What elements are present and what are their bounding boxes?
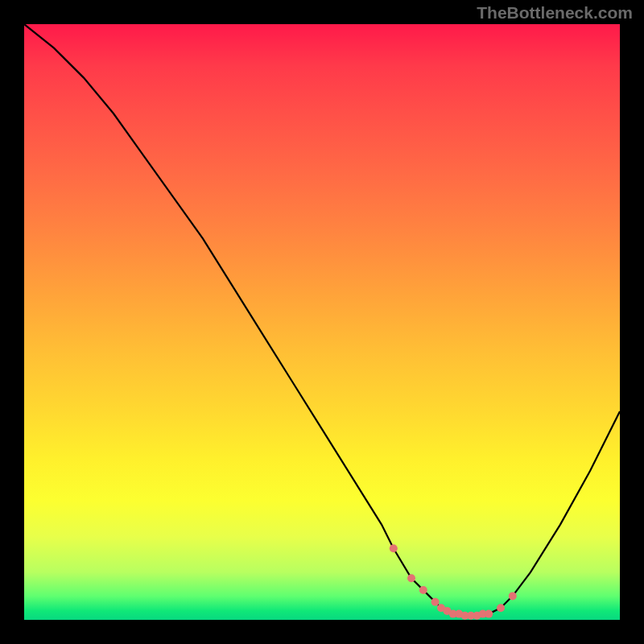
marker-dot: [497, 604, 505, 612]
watermark-label: TheBottleneck.com: [477, 3, 633, 23]
marker-dot: [431, 598, 440, 606]
marker-dot: [485, 610, 493, 618]
marker-dot: [419, 586, 427, 594]
marker-dot: [407, 574, 415, 582]
marker-dot: [509, 592, 517, 600]
curve-line: [24, 24, 620, 617]
plot-area: [24, 24, 620, 620]
marker-group: [390, 544, 517, 620]
chart-svg: [24, 24, 620, 620]
marker-dot: [390, 544, 398, 552]
